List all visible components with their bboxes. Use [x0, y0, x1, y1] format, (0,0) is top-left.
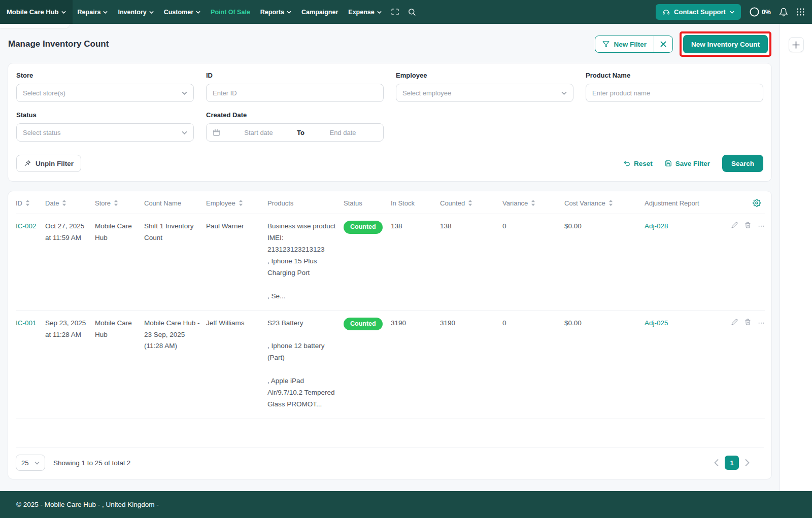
browser-tab-rail	[780, 24, 812, 491]
new-tab-button[interactable]	[789, 37, 804, 52]
table-column-header[interactable]: Count Name	[144, 191, 206, 214]
delete-icon[interactable]	[745, 222, 751, 228]
table-column-header[interactable]: ID	[16, 191, 45, 214]
copyright-text: © 2025 - Mobile Care Hub - , United King…	[16, 501, 159, 508]
count-id-link[interactable]: IC-001	[16, 319, 37, 327]
edit-icon[interactable]	[731, 222, 738, 228]
chevron-down-icon	[61, 11, 66, 14]
notifications-bell-icon[interactable]	[779, 8, 788, 17]
employee-label: Employee	[396, 72, 573, 79]
table-column-header[interactable]: Status	[344, 191, 391, 214]
store-cell: Mobile Care Hub	[95, 310, 144, 419]
table-column-header[interactable]: Date	[45, 191, 95, 214]
page-footer: © 2025 - Mobile Care Hub - , United King…	[0, 491, 812, 518]
sort-icon[interactable]	[468, 199, 472, 206]
date-range-picker[interactable]: Start date To End date	[206, 123, 384, 142]
id-input[interactable]	[206, 84, 384, 102]
adjustment-report-link[interactable]: Adj-025	[645, 319, 668, 327]
storage-progress[interactable]: 0%	[749, 7, 771, 17]
delete-icon[interactable]	[745, 319, 751, 325]
table-column-header[interactable]: Products	[267, 191, 344, 214]
sort-icon[interactable]	[25, 199, 30, 206]
new-filter-label: New Filter	[614, 41, 647, 48]
progress-ring-icon	[749, 7, 760, 17]
sort-icon[interactable]	[239, 199, 243, 206]
date-cell: Sep 23, 2025 at 11:28 AM	[45, 310, 95, 419]
sort-icon[interactable]	[114, 199, 118, 206]
nav-item[interactable]: Inventory	[113, 0, 158, 24]
column-label: In Stock	[391, 199, 415, 207]
gear-icon[interactable]	[753, 199, 761, 207]
product-name-field: Product Name	[586, 72, 763, 102]
new-inventory-count-button[interactable]: New Inventory Count	[683, 35, 768, 53]
more-actions-icon[interactable]	[758, 222, 765, 228]
nav-item-label: Reports	[260, 9, 284, 16]
table-column-header[interactable]: Adjustment Report	[645, 191, 727, 214]
nav-item[interactable]: Campaigner	[296, 0, 343, 24]
table-column-header[interactable]: Cost Variance	[564, 191, 645, 214]
nav-item[interactable]: Expense	[343, 0, 386, 24]
nav-item[interactable]: Reports	[255, 0, 296, 24]
store-placeholder: Select store(s)	[23, 89, 65, 97]
created-date-label: Created Date	[206, 111, 384, 119]
previous-page-icon[interactable]	[714, 459, 719, 466]
end-date-input[interactable]: End date	[309, 129, 377, 136]
store-label: Store	[16, 72, 194, 79]
page-size-select[interactable]: 25	[16, 455, 45, 471]
edit-icon[interactable]	[731, 319, 738, 325]
nav-item[interactable]: Customer	[159, 0, 206, 24]
top-navbar: Mobile Care Hub Repairs Inventory Custom…	[0, 0, 812, 24]
search-button[interactable]: Search	[722, 155, 763, 172]
nav-items: Mobile Care Hub Repairs Inventory Custom…	[0, 0, 387, 24]
cost-variance-cell: $0.00	[564, 214, 645, 311]
chevron-down-icon	[103, 11, 108, 14]
chevron-down-icon	[149, 11, 154, 14]
column-label: Adjustment Report	[645, 199, 699, 207]
nav-item-label: Customer	[164, 9, 193, 16]
sort-icon[interactable]	[608, 199, 613, 206]
reset-button[interactable]: Reset	[623, 160, 653, 167]
created-date-field: Created Date Start date To End date	[206, 111, 384, 142]
more-actions-icon[interactable]	[758, 319, 765, 325]
products-cell: Business wise product IMEI: 213123123213…	[267, 214, 344, 311]
unpin-filter-button[interactable]: Unpin Filter	[16, 155, 81, 172]
product-name-label: Product Name	[586, 72, 763, 79]
column-label: Count Name	[144, 199, 181, 207]
column-label: Cost Variance	[564, 199, 605, 207]
chevron-down-icon	[287, 11, 291, 14]
table-column-header[interactable]: In Stock	[391, 191, 440, 214]
status-select[interactable]: Select status	[16, 123, 194, 142]
barcode-scan-icon[interactable]	[387, 8, 403, 16]
table-column-header[interactable]: Employee	[206, 191, 267, 214]
next-page-icon[interactable]	[745, 459, 750, 466]
store-select[interactable]: Select store(s)	[16, 84, 194, 102]
date-to-label: To	[297, 129, 304, 136]
new-filter-button[interactable]: New Filter	[595, 36, 654, 52]
table-column-header[interactable]: Variance	[502, 191, 564, 214]
close-filter-icon[interactable]	[654, 36, 672, 52]
save-filter-button[interactable]: Save Filter	[665, 160, 710, 167]
search-icon[interactable]	[403, 8, 420, 16]
table-column-header[interactable]: Store	[95, 191, 144, 214]
adjustment-report-link[interactable]: Adj-028	[645, 222, 668, 230]
headset-icon	[662, 8, 670, 16]
employee-select[interactable]: Select employee	[396, 84, 573, 102]
table-row: IC-001 Sep 23, 2025 at 11:28 AM Mobile C…	[16, 310, 765, 419]
nav-item[interactable]: Point Of Sale	[206, 0, 255, 24]
nav-item[interactable]: Repairs	[73, 0, 113, 24]
chevron-down-icon	[377, 11, 382, 14]
nav-item-label: Expense	[348, 9, 374, 16]
sort-icon[interactable]	[531, 199, 535, 206]
product-name-input[interactable]	[586, 84, 763, 102]
contact-support-button[interactable]: Contact Support	[656, 4, 741, 20]
apps-grid-icon[interactable]	[796, 8, 805, 16]
start-date-input[interactable]: Start date	[224, 129, 293, 136]
sort-icon[interactable]	[62, 199, 66, 206]
pagination-summary: Showing 1 to 25 of total 2	[53, 459, 130, 467]
table-column-header[interactable]: Counted	[440, 191, 502, 214]
count-id-link[interactable]: IC-002	[16, 222, 37, 230]
nav-item[interactable]: Mobile Care Hub	[0, 0, 73, 24]
reset-icon	[623, 160, 630, 167]
pinned-tab-stub	[0, 24, 70, 28]
current-page-button[interactable]: 1	[725, 456, 739, 470]
